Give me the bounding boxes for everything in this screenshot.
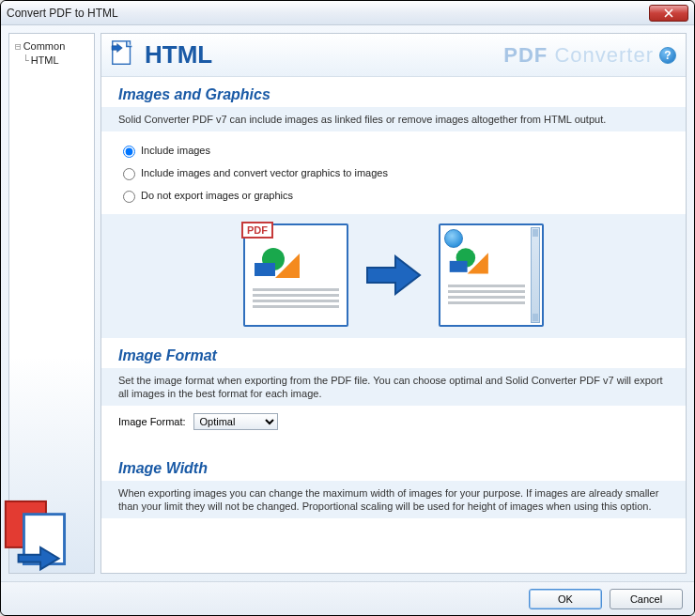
- content-scroll[interactable]: Images and Graphics Solid Converter PDF …: [101, 77, 686, 573]
- main-panel: HTML PDF Converter ? Images and Graphics…: [100, 33, 687, 574]
- radio-label: Include images and convert vector graphi…: [141, 167, 388, 178]
- radio-label: Include images: [141, 145, 210, 156]
- radio-include-convert-vector[interactable]: Include images and convert vector graphi…: [118, 162, 669, 184]
- format-note: Set the image format when exporting from…: [101, 368, 686, 406]
- section-title-width: Image Width: [101, 438, 686, 481]
- globe-icon: [444, 229, 463, 248]
- section-title-images: Images and Graphics: [101, 77, 686, 107]
- window-title: Convert PDF to HTML: [7, 7, 649, 20]
- close-button[interactable]: [649, 5, 688, 22]
- sidebar-item-label: Common: [23, 39, 66, 54]
- document-art-icon: [253, 246, 318, 278]
- document-art-icon: [448, 246, 504, 274]
- width-note: When exporting images you can change the…: [101, 481, 686, 518]
- image-export-options: Include images Include images and conver…: [101, 131, 686, 214]
- radio-include-images[interactable]: Include images: [118, 139, 669, 162]
- page-title: HTML: [145, 40, 212, 69]
- brand-text: PDF Converter: [503, 43, 654, 68]
- scrollbar-icon: [531, 227, 540, 323]
- sidebar: ⊟ Common └ HTML: [8, 33, 95, 574]
- dialog-window: Convert PDF to HTML ⊟ Common └ HTML: [0, 0, 695, 616]
- titlebar: Convert PDF to HTML: [1, 1, 694, 25]
- sidebar-convert-icon: [1, 498, 90, 571]
- radio-label: Do not export images or graphics: [141, 190, 293, 201]
- html-file-icon: [109, 39, 137, 70]
- radio-do-not-export[interactable]: Do not export images or graphics: [118, 184, 669, 207]
- sidebar-item-label: HTML: [31, 54, 59, 68]
- images-note: Solid Converter PDF v7 can include image…: [101, 107, 686, 131]
- html-document-icon: [439, 223, 544, 327]
- pdf-badge: PDF: [241, 222, 273, 239]
- cancel-button[interactable]: Cancel: [610, 589, 683, 609]
- pdf-document-icon: PDF: [243, 223, 348, 327]
- dialog-body: ⊟ Common └ HTML: [1, 25, 694, 581]
- svg-rect-4: [255, 263, 275, 276]
- dialog-footer: OK Cancel: [1, 581, 694, 615]
- image-format-label: Image Format:: [118, 416, 186, 427]
- svg-rect-7: [450, 261, 468, 272]
- image-format-row: Image Format: Optimal: [101, 406, 686, 438]
- sidebar-item-common[interactable]: ⊟ Common: [13, 39, 90, 54]
- section-title-format: Image Format: [101, 338, 686, 368]
- close-icon: [664, 8, 673, 18]
- help-button[interactable]: ?: [659, 47, 676, 64]
- conversion-illustration: PDF: [101, 214, 686, 338]
- arrow-right-icon: [365, 254, 422, 296]
- image-format-select[interactable]: Optimal: [193, 413, 278, 430]
- nav-tree: ⊟ Common └ HTML: [9, 34, 94, 73]
- ok-button[interactable]: OK: [529, 589, 602, 609]
- panel-header: HTML PDF Converter ?: [101, 34, 686, 77]
- sidebar-item-html[interactable]: └ HTML: [13, 54, 90, 68]
